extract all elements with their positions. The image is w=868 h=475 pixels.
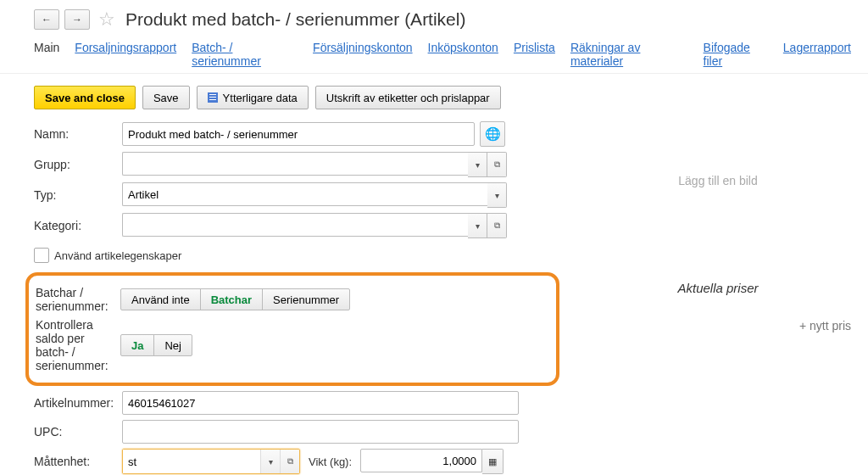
tab-pricelist[interactable]: Prislista <box>514 41 555 68</box>
tab-sales-report[interactable]: Forsaljningsrapport <box>75 41 176 68</box>
tab-main[interactable]: Main <box>34 41 59 68</box>
batch-opt-serial[interactable]: Serienummer <box>262 288 350 310</box>
unit-open-icon[interactable]: ⧉ <box>280 450 299 473</box>
print-labels-button[interactable]: Utskrift av etiketter och prislappar <box>315 86 501 109</box>
unit-input[interactable] <box>123 450 260 473</box>
batch-label: Batchar / serienummer: <box>36 286 120 313</box>
type-label: Typ: <box>34 188 122 202</box>
name-label: Namn: <box>34 127 122 141</box>
use-properties-checkbox[interactable] <box>34 248 49 263</box>
artnr-input[interactable] <box>122 391 519 415</box>
name-input[interactable] <box>122 122 475 146</box>
upc-label: UPC: <box>34 425 122 439</box>
control-balance-label: Kontrollera saldo per batch- / serienumm… <box>36 318 120 372</box>
save-button[interactable]: Save <box>142 86 190 109</box>
group-open-icon[interactable]: ⧉ <box>487 152 507 177</box>
more-data-label: Ytterligare data <box>223 92 298 104</box>
tab-sales-accounts[interactable]: Försäljningskonton <box>313 41 413 68</box>
group-label: Grupp: <box>34 158 122 171</box>
globe-icon[interactable]: 🌐 <box>480 121 505 147</box>
tab-bar: Main Forsaljningsrapport Batch- / serien… <box>0 36 868 74</box>
list-icon <box>208 92 218 103</box>
add-image-placeholder[interactable]: Lägg till en bild <box>585 174 851 187</box>
category-label: Kategori: <box>34 219 122 232</box>
category-open-icon[interactable]: ⧉ <box>487 213 507 238</box>
unit-dropdown-icon[interactable]: ▾ <box>260 450 280 473</box>
group-input[interactable] <box>122 152 468 176</box>
batch-serial-highlight: Batchar / serienummer: Använd inte Batch… <box>25 272 559 386</box>
tab-bom[interactable]: Räkningar av materialer <box>570 41 688 68</box>
category-input[interactable] <box>122 213 468 237</box>
unit-select[interactable]: ▾ ⧉ <box>122 449 300 474</box>
forward-button[interactable]: → <box>64 9 90 30</box>
weight-input[interactable] <box>360 449 482 472</box>
group-dropdown-icon[interactable]: ▾ <box>468 152 487 177</box>
tab-stock-report[interactable]: Lagerrapport <box>783 41 851 68</box>
page-title: Produkt med batch- / serienummer (Artike… <box>125 9 465 30</box>
save-close-button[interactable]: Save and close <box>34 86 136 109</box>
control-no[interactable]: Nej <box>153 334 192 356</box>
yesno-segment: Ja Nej <box>120 334 192 356</box>
batch-segment: Använd inte Batchar Serienummer <box>120 288 350 310</box>
tab-batch-serial[interactable]: Batch- / serienummer <box>192 41 298 68</box>
use-properties-label: Använd artikelegenskaper <box>54 249 181 262</box>
control-yes[interactable]: Ja <box>120 334 154 356</box>
unit-label: Måttenhet: <box>34 455 122 468</box>
more-data-button[interactable]: Ytterligare data <box>197 86 309 109</box>
upc-input[interactable] <box>122 420 519 444</box>
weight-calc-icon[interactable]: ▦ <box>482 449 504 474</box>
batch-opt-none[interactable]: Använd inte <box>120 288 201 310</box>
category-dropdown-icon[interactable]: ▾ <box>468 213 487 238</box>
tab-attachments[interactable]: Bifogade filer <box>704 41 768 68</box>
type-input[interactable] <box>122 182 487 206</box>
back-button[interactable]: ← <box>34 9 59 30</box>
batch-opt-batchar[interactable]: Batchar <box>200 288 263 310</box>
current-prices-heading: Aktuella priser <box>585 281 851 295</box>
new-price-link[interactable]: + nytt pris <box>585 319 851 332</box>
artnr-label: Artikelnummer: <box>34 396 122 410</box>
type-dropdown-icon[interactable]: ▾ <box>487 182 507 208</box>
weight-label: Vikt (kg): <box>309 455 352 468</box>
favorite-star-icon[interactable]: ☆ <box>98 8 115 31</box>
tab-purchase-accounts[interactable]: Inköpskonton <box>428 41 498 68</box>
